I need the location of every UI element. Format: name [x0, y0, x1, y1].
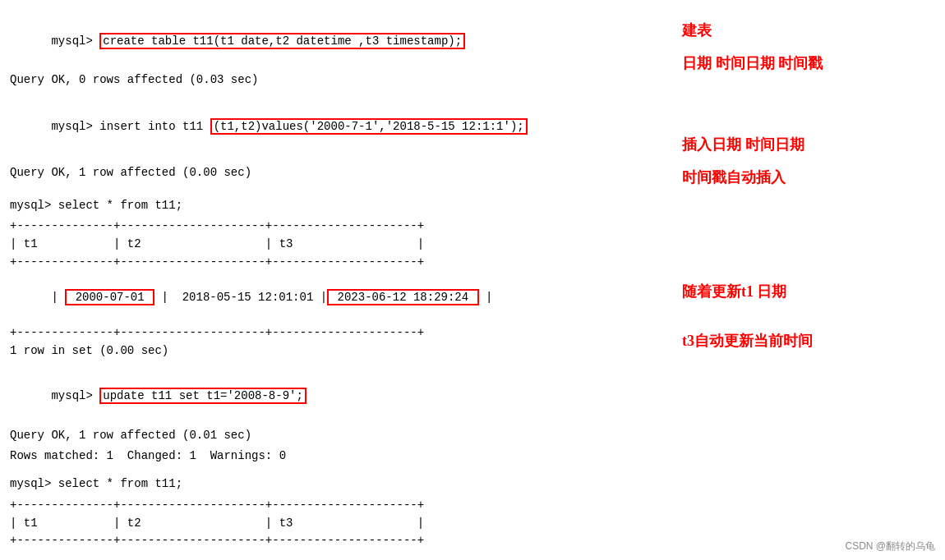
blank-line-3	[10, 186, 664, 197]
pipe-4: |	[479, 291, 493, 304]
terminal-section: mysql> create table t11(t1 date,t2 datet…	[0, 8, 674, 552]
ann1-line2: 日期 时间日期 时间戳	[682, 48, 937, 80]
ann3-gap	[682, 309, 937, 325]
terminal-line-rows-matched: Rows matched: 1 Changed: 1 Warnings: 0	[10, 448, 664, 466]
separator-3: +--------------+---------------------+--…	[10, 324, 664, 342]
ann3-line2: t3自动更新当前时间	[682, 325, 937, 358]
data-row-2: | 2008-08-09 | 2018-05-15 12:01:01 | 202…	[10, 550, 664, 560]
ann2-line1: 插入日期 时间日期	[682, 129, 937, 162]
separator-5: +--------------+---------------------+--…	[10, 532, 664, 550]
terminal-line-4: Query OK, 1 row affected (0.00 sec)	[10, 164, 664, 182]
create-table-cmd: create table t11(t1 date,t2 datetime ,t3…	[99, 33, 465, 49]
terminal-line-1: mysql> create table t11(t1 date,t2 datet…	[10, 15, 664, 68]
insert-cmd: (t1,t2)values('2000-7-1','2018-5-15 12:1…	[210, 118, 528, 135]
mysql-prompt-2: mysql> insert into t11	[51, 120, 210, 133]
terminal-line-5: mysql> select * from t11;	[10, 197, 664, 215]
col1-val-1: 2000-07-01	[65, 289, 154, 305]
terminal-line-3: mysql> insert into t11 (t1,t2)values('20…	[10, 101, 664, 154]
annotation-2: 插入日期 时间日期 时间戳自动插入	[682, 129, 937, 194]
table-header-2: | t1 | t2 | t3 |	[10, 515, 664, 533]
terminal-line-update-ok: Query OK, 1 row affected (0.01 sec)	[10, 427, 664, 445]
blank-line-2	[10, 158, 664, 164]
ann3-line1: 随着更新t1 日期	[682, 276, 937, 309]
separator-1: +--------------+---------------------+--…	[10, 218, 664, 236]
row-count-1: 1 row in set (0.00 sec)	[10, 342, 664, 360]
table-header: | t1 | t2 | t3 |	[10, 236, 664, 254]
blank-line	[10, 93, 664, 101]
data-row-1: | 2000-07-01 | 2018-05-15 12:01:01 | 202…	[10, 271, 664, 324]
update-cmd: update t11 set t1='2008-8-9';	[99, 388, 307, 404]
col3-val-1: 2023-06-12 18:29:24	[327, 289, 478, 305]
pipe-2: |	[154, 291, 168, 304]
annotation-section: 建表 日期 时间日期 时间戳 插入日期 时间日期 时间戳自动插入 随着更新t1 …	[674, 8, 945, 552]
mysql-prompt-3: mysql>	[51, 389, 99, 402]
annotation-3: 随着更新t1 日期 t3自动更新当前时间	[682, 276, 937, 357]
terminal-line-update: mysql> update t11 set t1='2008-8-9';	[10, 370, 664, 424]
terminal-line-2: Query OK, 0 rows affected (0.03 sec)	[10, 71, 664, 90]
annotation-1: 建表 日期 时间日期 时间戳	[682, 15, 937, 80]
col2-val-1: 2018-05-15 12:01:01	[168, 291, 320, 304]
pipe-1: |	[51, 291, 65, 304]
ann2-line2: 时间戳自动插入	[682, 162, 937, 195]
mysql-prompt: mysql>	[51, 34, 99, 48]
separator-4: +--------------+---------------------+--…	[10, 497, 664, 515]
pipe-3: |	[320, 291, 327, 304]
separator-2: +--------------+---------------------+--…	[10, 254, 664, 272]
main-container: mysql> create table t11(t1 date,t2 datet…	[0, 0, 945, 560]
terminal-line-select2: mysql> select * from t11;	[10, 475, 664, 493]
blank-line-4	[10, 364, 664, 370]
bottom-credit: CSDN @翻转的乌龟	[845, 539, 935, 553]
blank-line-5	[10, 469, 664, 475]
ann1-line1: 建表	[682, 15, 937, 48]
